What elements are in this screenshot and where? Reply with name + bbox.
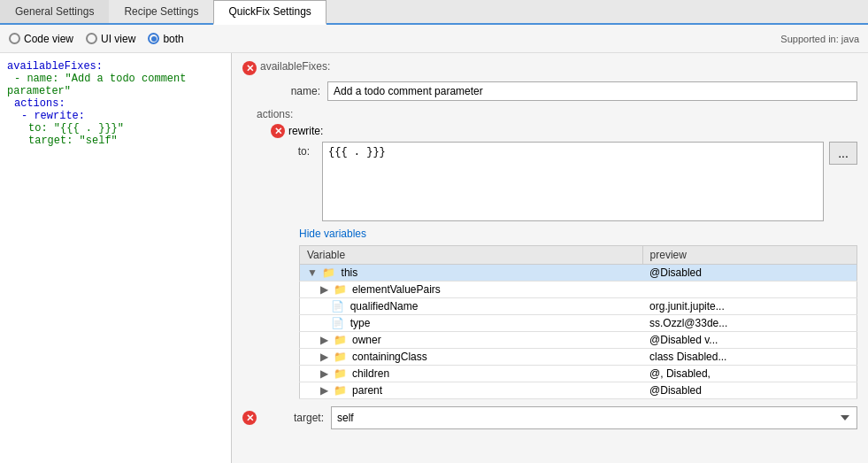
available-fixes-header: ✕ availableFixes: (242, 60, 857, 76)
toolbar-row: Code view UI view both Supported in: jav… (0, 25, 868, 53)
var-name: 📄 qualifiedName (300, 298, 643, 315)
var-preview: @Disabled v... (642, 332, 856, 349)
expand-icon[interactable]: ▼ (307, 266, 318, 279)
view-radio-group: Code view UI view both (9, 33, 184, 45)
var-name-text: type (350, 317, 371, 329)
var-name-text: elementValuePairs (352, 283, 441, 296)
radio-both-label: both (163, 33, 183, 45)
var-name: ▶ 📁 elementValuePairs (300, 282, 643, 298)
radio-ui-label: UI view (101, 33, 135, 45)
tab-quickfix[interactable]: QuickFix Settings (213, 0, 326, 25)
col-preview: preview (642, 246, 856, 265)
target-row: ✕ target: self owner parent (242, 406, 857, 429)
folder-icon: 📁 (322, 266, 335, 279)
table-row[interactable]: 📄 type ss.Ozzl@33de... (300, 315, 857, 332)
target-label: target: (260, 412, 331, 424)
var-name-text: parent (352, 384, 382, 397)
var-name: 📄 type (300, 315, 643, 332)
available-fixes-label: availableFixes: (260, 60, 330, 73)
table-row[interactable]: ▼ 📁 this @Disabled (300, 265, 857, 282)
folder-icon: 📁 (334, 351, 347, 363)
right-panel: ✕ availableFixes: name: actions: ✕ rewri… (232, 53, 868, 463)
radio-both-view[interactable]: both (148, 33, 183, 45)
table-row[interactable]: ▶ 📁 containingClass class Disabled... (300, 349, 857, 366)
var-name: ▶ 📁 owner (300, 332, 643, 349)
expand-icon[interactable]: ▶ (320, 384, 328, 397)
var-name-text: owner (352, 334, 381, 346)
radio-code-view[interactable]: Code view (9, 33, 73, 45)
code-line-4: - rewrite: (7, 110, 224, 122)
var-preview: @, Disabled, (642, 366, 856, 382)
rewrite-section: ✕ rewrite: to: {{{ . }}} ... Hide variab… (271, 124, 857, 399)
table-row[interactable]: ▶ 📁 owner @Disabled v... (300, 332, 857, 349)
var-preview: @Disabled (642, 265, 856, 282)
file-icon: 📄 (331, 300, 344, 313)
folder-icon: 📁 (334, 367, 347, 380)
ellipsis-button[interactable]: ... (829, 142, 857, 165)
var-preview (642, 282, 856, 298)
expand-icon[interactable]: ▶ (320, 367, 328, 380)
available-fixes-remove-btn[interactable]: ✕ (242, 61, 257, 75)
var-name-text: this (342, 266, 358, 279)
variables-table: Variable preview ▼ 📁 this @Disab (299, 245, 857, 399)
tab-general[interactable]: General Settings (0, 0, 109, 23)
var-preview: org.junit.jupite... (642, 298, 856, 315)
var-name-text: qualifiedName (350, 300, 419, 313)
to-section: to: {{{ . }}} ... (285, 142, 857, 224)
table-row[interactable]: ▶ 📁 elementValuePairs (300, 282, 857, 298)
var-name: ▶ 📁 children (300, 366, 643, 382)
name-label: name: (257, 85, 327, 97)
hide-variables-link[interactable]: Hide variables (299, 228, 366, 240)
radio-ui-circle (86, 33, 97, 44)
to-textarea[interactable]: {{{ . }}} (322, 142, 824, 221)
main-content: availableFixes: - name: "Add a todo comm… (0, 53, 868, 463)
to-row: to: {{{ . }}} ... (285, 142, 857, 224)
code-line-5: to: "{{{ . }}}" (7, 122, 224, 135)
radio-code-label: Code view (24, 33, 73, 45)
radio-both-circle (148, 33, 159, 44)
name-field-row: name: (257, 81, 857, 101)
name-input[interactable] (327, 81, 857, 101)
var-name: ▼ 📁 this (300, 265, 643, 282)
var-name: ▶ 📁 containingClass (300, 349, 643, 366)
rewrite-remove-btn[interactable]: ✕ (271, 124, 285, 138)
var-preview: @Disabled (642, 382, 856, 399)
folder-icon: 📁 (334, 283, 347, 296)
target-remove-btn[interactable]: ✕ (242, 411, 257, 425)
var-name-text: children (352, 367, 389, 380)
folder-icon: 📁 (334, 384, 347, 397)
target-select[interactable]: self owner parent (331, 406, 857, 429)
tabs-bar: General Settings Recipe Settings QuickFi… (0, 0, 868, 25)
table-row[interactable]: ▶ 📁 parent @Disabled (300, 382, 857, 399)
expand-icon[interactable]: ▶ (320, 334, 328, 346)
var-preview: class Disabled... (642, 349, 856, 366)
folder-icon: 📁 (334, 334, 347, 346)
rewrite-header: ✕ rewrite: (271, 124, 857, 138)
variables-section: Variable preview ▼ 📁 this @Disab (299, 245, 857, 399)
expand-icon[interactable]: ▶ (320, 351, 328, 363)
radio-ui-view[interactable]: UI view (86, 33, 135, 45)
radio-code-circle (9, 33, 20, 44)
var-name: ▶ 📁 parent (300, 382, 643, 399)
col-variable: Variable (300, 246, 643, 265)
supported-text: Supported in: java (780, 34, 859, 44)
to-label: to: (285, 142, 317, 158)
table-row[interactable]: ▶ 📁 children @, Disabled, (300, 366, 857, 382)
expand-icon[interactable]: ▶ (320, 283, 328, 296)
rewrite-label: rewrite: (288, 125, 323, 137)
to-textarea-container: {{{ . }}} (322, 142, 824, 224)
var-preview: ss.Ozzl@33de... (642, 315, 856, 332)
code-line-3: actions: (7, 97, 224, 110)
left-panel: availableFixes: - name: "Add a todo comm… (0, 53, 232, 463)
tab-recipe[interactable]: Recipe Settings (109, 0, 213, 23)
var-name-text: containingClass (352, 351, 427, 363)
code-line-6: target: "self" (7, 135, 224, 147)
table-row[interactable]: 📄 qualifiedName org.junit.jupite... (300, 298, 857, 315)
code-line-2: - name: "Add a todo comment parameter" (7, 73, 224, 97)
actions-label: actions: (257, 108, 857, 120)
file-icon: 📄 (331, 317, 344, 329)
code-line-1: availableFixes: (7, 60, 224, 73)
